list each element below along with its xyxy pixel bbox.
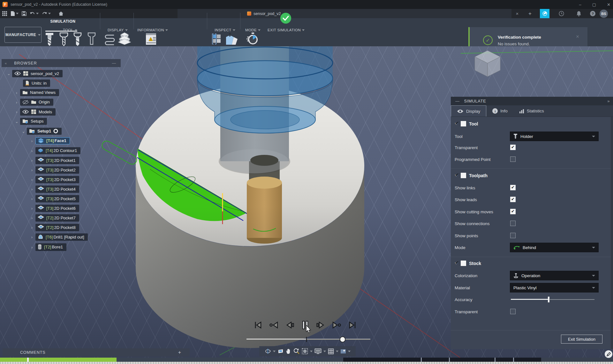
chevron-right-icon[interactable]: › bbox=[30, 216, 34, 220]
browser-minimize-icon[interactable]: — bbox=[112, 61, 117, 65]
accuracy-slider-thumb[interactable] bbox=[548, 297, 549, 302]
chevron-down-icon[interactable]: ⌄ bbox=[7, 71, 10, 76]
tree-item-bore1[interactable]: › [T2]Bore1 bbox=[30, 243, 66, 251]
simulation-scrubber[interactable] bbox=[246, 335, 374, 344]
pan-hand-icon[interactable] bbox=[286, 348, 291, 354]
show-links-checkbox[interactable] bbox=[510, 185, 516, 190]
workspace-selector-button[interactable]: MANUFACTURE bbox=[4, 27, 42, 43]
chevron-right-icon[interactable]: › bbox=[30, 196, 34, 201]
chevron-right-icon[interactable]: › bbox=[30, 235, 34, 239]
show-leads-checkbox[interactable] bbox=[510, 197, 516, 202]
tree-item-setup1[interactable]: ⌄ Setup1 bbox=[22, 128, 62, 135]
skip-to-start-button[interactable] bbox=[254, 321, 262, 329]
transparent-checkbox[interactable] bbox=[510, 145, 516, 150]
section-tool[interactable]: Tool bbox=[455, 121, 478, 126]
tree-item-pocket5[interactable]: ›[T3]2D Pocket5 bbox=[30, 195, 79, 202]
group-inspect[interactable]: INSPECT bbox=[215, 28, 235, 32]
eye-icon[interactable] bbox=[14, 72, 21, 75]
tool-endmill-flat-icon[interactable] bbox=[45, 32, 54, 47]
mode-dropdown[interactable]: Behind bbox=[510, 243, 599, 252]
job-status-button[interactable] bbox=[540, 9, 549, 18]
tree-item-named-views[interactable]: › Named Views bbox=[15, 89, 59, 96]
tree-item-models[interactable]: › Models bbox=[15, 108, 56, 116]
group-information[interactable]: INFORMATION bbox=[137, 28, 168, 32]
tree-item-origin[interactable]: › Origin bbox=[15, 99, 53, 106]
fit-view-icon[interactable] bbox=[302, 348, 308, 354]
tab-info[interactable]: i Info bbox=[486, 105, 513, 117]
stock-transparent-checkbox[interactable] bbox=[510, 309, 516, 314]
bell-icon[interactable] bbox=[574, 9, 584, 18]
chevron-down-icon[interactable]: ⌄ bbox=[22, 129, 25, 134]
next-operation-button[interactable] bbox=[332, 321, 341, 329]
look-at-icon[interactable] bbox=[277, 349, 284, 354]
panel-expand-icon[interactable]: » bbox=[607, 99, 610, 103]
inspect-section-icon[interactable] bbox=[225, 33, 238, 45]
chevron-right-icon[interactable]: › bbox=[30, 139, 34, 143]
section-toolpath[interactable]: Toolpath bbox=[455, 173, 488, 178]
toolpath-section-checkbox[interactable] bbox=[461, 173, 466, 178]
viewports-icon[interactable] bbox=[340, 349, 346, 354]
exit-simulation-check-icon[interactable] bbox=[280, 13, 291, 24]
file-menu-button[interactable] bbox=[11, 11, 19, 16]
exit-simulation-button[interactable]: Exit Simulation bbox=[561, 335, 602, 344]
tab-add-button[interactable]: + bbox=[526, 9, 534, 18]
tree-item-pocket6[interactable]: ›[T3]2D Pocket6 bbox=[30, 205, 79, 212]
window-maximize-button[interactable]: ▢ bbox=[592, 2, 596, 7]
comments-bar[interactable]: COMMENTS + bbox=[3, 348, 190, 357]
material-dropdown[interactable]: Plastic Vinyl bbox=[510, 283, 599, 292]
window-minimize-button[interactable]: – bbox=[579, 2, 581, 7]
accuracy-slider-track[interactable] bbox=[550, 299, 594, 300]
skip-to-end-button[interactable] bbox=[349, 321, 356, 329]
tree-item-contour1[interactable]: › [T4]2D Contour1 bbox=[30, 147, 80, 154]
colorization-dropdown[interactable]: Operation bbox=[510, 271, 599, 280]
tool-holder-icon[interactable] bbox=[87, 32, 96, 47]
display-settings-icon[interactable] bbox=[314, 348, 322, 354]
undo-button[interactable] bbox=[30, 11, 39, 16]
display-stock-icon[interactable] bbox=[117, 32, 132, 46]
group-mode[interactable]: MODE bbox=[245, 28, 261, 32]
timeline-remaining[interactable] bbox=[117, 358, 343, 362]
chevron-right-icon[interactable]: › bbox=[15, 110, 18, 114]
inspect-measure-icon[interactable] bbox=[212, 33, 223, 45]
home-icon[interactable] bbox=[58, 11, 64, 16]
chevron-right-icon[interactable]: › bbox=[30, 148, 34, 153]
notifications-history-button[interactable] bbox=[556, 9, 566, 18]
programmed-point-checkbox[interactable] bbox=[510, 156, 516, 162]
tab-close-button[interactable]: × bbox=[513, 9, 521, 18]
tree-item-units[interactable]: Units: in bbox=[23, 80, 50, 87]
chevron-right-icon[interactable]: › bbox=[15, 90, 18, 95]
tab-display[interactable]: Display bbox=[451, 105, 486, 117]
add-comment-button[interactable]: + bbox=[178, 350, 181, 355]
show-connections-checkbox[interactable] bbox=[510, 221, 516, 226]
document-tab[interactable]: sensor_pod_v2 bbox=[247, 11, 281, 16]
tool-dropdown[interactable]: Holder bbox=[510, 132, 599, 141]
grid-settings-icon[interactable] bbox=[328, 348, 334, 354]
group-exit-simulation[interactable]: EXIT SIMULATION bbox=[268, 28, 305, 32]
scrubber-handle[interactable] bbox=[340, 337, 345, 342]
chevron-right-icon[interactable]: › bbox=[30, 177, 34, 182]
chevron-right-icon[interactable]: › bbox=[30, 168, 34, 172]
chevron-down-icon[interactable]: ⌄ bbox=[15, 119, 18, 124]
zoom-icon[interactable] bbox=[293, 348, 300, 354]
browser-collapse-icon[interactable]: « bbox=[5, 61, 7, 65]
chevron-right-icon[interactable]: › bbox=[30, 245, 34, 250]
window-close-button[interactable]: ✕ bbox=[607, 2, 610, 7]
display-toolpath-icon[interactable] bbox=[104, 33, 115, 46]
help-icon[interactable]: ? bbox=[588, 9, 597, 18]
save-icon[interactable] bbox=[22, 11, 26, 16]
view-cube[interactable] bbox=[475, 50, 500, 77]
stock-section-checkbox[interactable] bbox=[461, 261, 466, 266]
tree-item-pocket8[interactable]: ›[T2]2D Pocket8 bbox=[30, 224, 79, 231]
tab-statistics[interactable]: Statistics bbox=[513, 105, 550, 117]
accuracy-slider-track-filled[interactable] bbox=[511, 299, 549, 300]
chevron-right-icon[interactable]: › bbox=[30, 187, 34, 192]
tool-section-checkbox[interactable] bbox=[461, 121, 466, 126]
eye-off-icon[interactable] bbox=[22, 100, 29, 104]
step-forward-button[interactable] bbox=[316, 321, 324, 329]
tree-item-root[interactable]: ⌄ sensor_pod_v2 bbox=[7, 70, 63, 77]
tool-endmill-bull-icon[interactable] bbox=[73, 32, 82, 47]
timeline-progress-green[interactable] bbox=[0, 358, 117, 362]
tree-item-pocket1[interactable]: ›[T3]2D Pocket1 bbox=[30, 157, 79, 164]
tree-item-drill1[interactable]: › [T6]Drill1 [Rapid out] bbox=[30, 233, 88, 241]
timeline-ruler[interactable] bbox=[0, 362, 613, 364]
